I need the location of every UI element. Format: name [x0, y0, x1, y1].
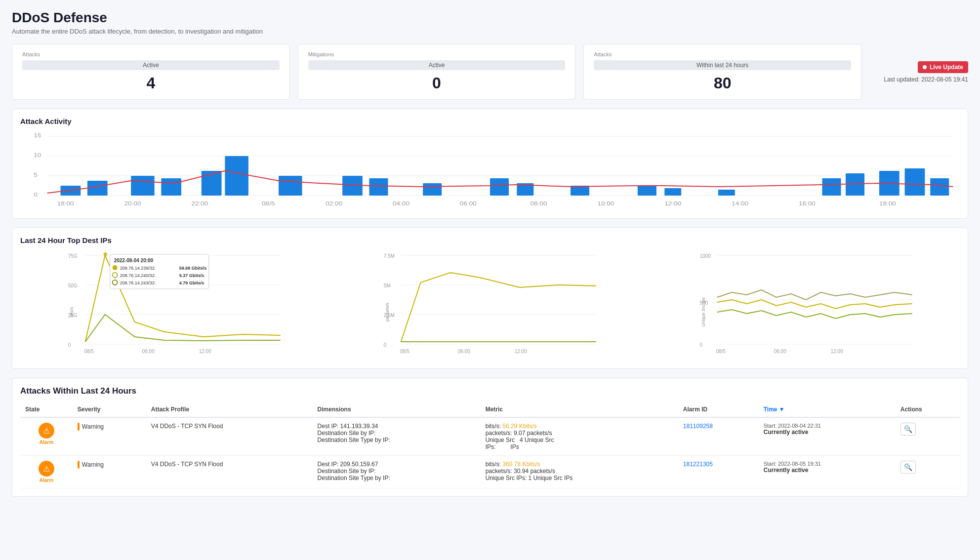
- bits-chart-col: 75G 50G 25G 0 bits/s: [20, 250, 328, 360]
- svg-rect-11: [161, 178, 181, 196]
- attacks-table-section: Attacks Within Last 24 Hours State Sever…: [12, 378, 968, 497]
- svg-text:0: 0: [34, 192, 38, 198]
- svg-text:08:00: 08:00: [531, 201, 547, 207]
- attacks-24h-value: 80: [594, 74, 851, 92]
- top-dest-ips-panel: Last 24 Hour Top Dest IPs 75G 50G 25G 0 …: [12, 228, 968, 369]
- svg-text:0: 0: [699, 342, 702, 348]
- live-dot: [923, 65, 927, 69]
- svg-text:06:00: 06:00: [774, 349, 786, 354]
- attack-activity-chart: 15 10 5 0: [20, 131, 960, 210]
- alarm-icon-1: ⚠: [39, 423, 54, 439]
- attack-profile-2: V4 DDoS - TCP SYN Flood: [146, 456, 313, 488]
- attacks-24h-label: Attacks: [594, 51, 851, 57]
- svg-text:5.37 Gbits/s: 5.37 Gbits/s: [179, 273, 204, 278]
- svg-rect-14: [279, 176, 302, 196]
- svg-rect-18: [490, 178, 509, 196]
- svg-text:10:00: 10:00: [597, 201, 614, 207]
- svg-text:0: 0: [384, 342, 387, 348]
- attack-activity-panel: Attack Activity 15 10 5 0: [12, 109, 968, 219]
- svg-text:1000: 1000: [699, 253, 711, 259]
- svg-text:7.5M: 7.5M: [384, 253, 395, 259]
- alarm-label-2: Alarm: [40, 478, 53, 483]
- time-1: Start: 2022-08-04 22:31 Currently active: [759, 417, 896, 456]
- col-attack-profile: Attack Profile: [146, 402, 313, 417]
- svg-rect-24: [822, 178, 841, 196]
- svg-rect-17: [423, 183, 442, 196]
- severity-bar-2: [78, 461, 80, 469]
- svg-text:16:00: 16:00: [799, 201, 816, 207]
- svg-text:15: 15: [34, 133, 41, 139]
- svg-text:12:00: 12:00: [830, 349, 843, 354]
- svg-rect-20: [571, 186, 589, 196]
- svg-text:5M: 5M: [384, 283, 391, 288]
- svg-text:04:00: 04:00: [393, 201, 409, 207]
- svg-text:2022-08-04 20:00: 2022-08-04 20:00: [114, 258, 154, 263]
- svg-text:08/5: 08/5: [84, 349, 94, 354]
- table-row: ⚠ Alarm Warning V4 DDoS - TCP SYN Flood …: [20, 456, 960, 488]
- svg-point-54: [113, 265, 118, 270]
- search-action-2[interactable]: 🔍: [900, 461, 916, 474]
- svg-text:08/5: 08/5: [716, 349, 726, 354]
- col-alarm-id: Alarm ID: [678, 402, 759, 417]
- last-updated: Last updated: 2022-08-05 19:41: [869, 76, 968, 83]
- time-2: Start: 2022-08-05 19:31 Currently active: [759, 456, 896, 488]
- search-action-1[interactable]: 🔍: [900, 423, 916, 436]
- svg-text:208.76.14.239/32:: 208.76.14.239/32:: [120, 266, 156, 271]
- live-update-block: Live Update Last updated: 2022-08-05 19:…: [869, 61, 968, 83]
- severity-label-2: Warning: [82, 461, 104, 468]
- col-actions: Actions: [896, 402, 960, 417]
- svg-text:208.76.14.240/32:: 208.76.14.240/32:: [120, 273, 156, 278]
- col-time[interactable]: Time ▼: [759, 402, 896, 417]
- svg-text:4.79 Gbits/s: 4.79 Gbits/s: [179, 280, 204, 285]
- state-alarm-2: ⚠ Alarm: [25, 461, 68, 483]
- col-dimensions: Dimensions: [313, 402, 481, 417]
- mitigations-active-card: Mitigations Active 0: [298, 44, 576, 100]
- svg-text:12:00: 12:00: [199, 349, 211, 354]
- svg-text:bits/s: bits/s: [69, 307, 74, 318]
- state-alarm-1: ⚠ Alarm: [25, 423, 68, 445]
- attacks-table: State Severity Attack Profile Dimensions…: [20, 402, 960, 488]
- severity-2: Warning: [78, 461, 141, 469]
- svg-text:75G: 75G: [68, 253, 78, 259]
- metric-1: bits/s: 56.29 Kbits/s packets/s: 9.07 pa…: [481, 417, 678, 456]
- svg-rect-28: [930, 178, 949, 196]
- svg-rect-13: [225, 156, 248, 196]
- attacks-24h-sublabel: Within last 24 hours: [594, 60, 851, 70]
- severity-1: Warning: [78, 423, 141, 431]
- mitigations-active-value: 0: [308, 74, 566, 92]
- svg-text:packets/s: packets/s: [385, 302, 390, 321]
- svg-rect-16: [369, 178, 388, 196]
- col-state: State: [20, 402, 73, 417]
- svg-text:Unique Src Ips: Unique Src Ips: [700, 297, 705, 327]
- attacks-active-value: 4: [22, 74, 280, 92]
- svg-text:06:00: 06:00: [142, 349, 155, 354]
- attacks-active-sublabel: Active: [22, 60, 280, 70]
- svg-text:06:00: 06:00: [460, 201, 477, 207]
- top-dest-ips-title: Last 24 Hour Top Dest IPs: [20, 236, 960, 244]
- svg-rect-27: [905, 168, 925, 196]
- three-charts: 75G 50G 25G 0 bits/s: [20, 250, 960, 360]
- svg-text:06:00: 06:00: [458, 349, 470, 354]
- svg-text:08/5: 08/5: [400, 349, 410, 354]
- dimensions-2: Dest IP: 209.50.159.67 Destination Site …: [313, 456, 481, 488]
- svg-text:08/5: 08/5: [262, 201, 275, 207]
- attacks-table-title: Attacks Within Last 24 Hours: [20, 386, 960, 396]
- svg-text:22:00: 22:00: [191, 201, 208, 207]
- svg-rect-9: [87, 181, 108, 196]
- live-badge[interactable]: Live Update: [918, 61, 968, 73]
- svg-text:★: ★: [102, 250, 109, 258]
- svg-text:50G: 50G: [68, 283, 78, 288]
- attacks-active-card: Attacks Active 4: [12, 44, 290, 100]
- alarm-id-2[interactable]: 181221305: [678, 456, 759, 488]
- svg-text:18:00: 18:00: [879, 201, 896, 207]
- col-metric: Metric: [481, 402, 678, 417]
- alarm-id-1[interactable]: 181109258: [678, 417, 759, 456]
- attack-activity-title: Attack Activity: [20, 117, 960, 125]
- svg-text:18:00: 18:00: [57, 201, 74, 207]
- alarm-label-1: Alarm: [40, 440, 53, 445]
- svg-rect-10: [131, 176, 155, 196]
- unique-src-chart-col: 1000 500 0 Unique Src Ips 08/5 06:00 12:…: [652, 250, 960, 360]
- svg-text:20:00: 20:00: [124, 201, 141, 207]
- page-subtitle: Automate the entire DDoS attack lifecycl…: [12, 28, 968, 35]
- alarm-icon-2: ⚠: [39, 461, 54, 477]
